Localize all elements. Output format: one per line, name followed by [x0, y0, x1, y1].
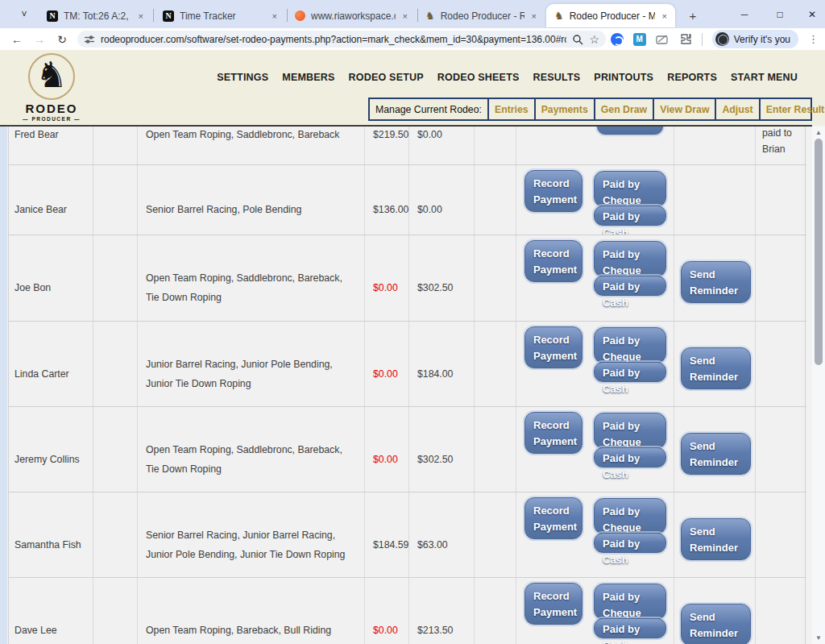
forward-button[interactable]: →	[31, 31, 48, 48]
paid-by-cash-button[interactable]: Paid by Cash	[594, 533, 666, 553]
paid-by-cheque-button[interactable]: Paid by Cheque	[594, 327, 666, 364]
close-window-button[interactable]: ✕	[794, 0, 825, 28]
scrollbar-thumb[interactable]	[815, 139, 823, 365]
browser-tab[interactable]: NTime Tracker×	[155, 4, 285, 27]
manage-link-view-draw[interactable]: View Draw	[654, 99, 716, 119]
member-events: Senior Barrel Racing, Junior Barrel Raci…	[138, 492, 365, 577]
empty-cell	[475, 578, 516, 644]
tab-close-icon[interactable]: ×	[661, 11, 669, 21]
manage-link-payments[interactable]: Payments	[536, 99, 595, 119]
nav-item-reports[interactable]: REPORTS	[667, 72, 717, 83]
back-button[interactable]: ←	[8, 31, 26, 48]
note-cell: paid to Brian	[756, 127, 806, 164]
extensions-puzzle-icon[interactable]	[679, 33, 692, 46]
reminder-cell	[674, 127, 756, 164]
reload-button[interactable]: ↻	[53, 31, 71, 48]
record-payment-button[interactable]: Record Payment	[524, 412, 582, 454]
amount-paid: $0.00	[365, 407, 409, 492]
tab-title: TM: Tot:26 A:2, B:13, C:10	[64, 10, 131, 22]
empty-cell	[93, 165, 138, 235]
nav-item-settings[interactable]: SETTINGS	[217, 72, 268, 83]
amount-owing: $184.00	[409, 322, 475, 406]
browser-toolbar: ← → ↻ rodeoproducer.com/software/set-rod…	[0, 28, 825, 50]
table-row: Dave Lee Open Team Roping, Bareback, Bul…	[9, 578, 806, 644]
table-row: Linda Carter Junior Barrel Racing, Junio…	[9, 322, 806, 407]
profile-chip[interactable]: Verify it's you	[712, 30, 798, 48]
browser-tab[interactable]: ♞Rodeo Producer - Rodeo×	[417, 4, 545, 27]
zoom-icon[interactable]	[572, 34, 583, 45]
member-events: Open Team Roping, Bareback, Bull Riding	[138, 578, 365, 644]
minimize-button[interactable]: ─	[727, 0, 762, 28]
scroll-up-icon[interactable]: ▲	[812, 127, 825, 138]
manage-link-entries[interactable]: Entries	[489, 99, 536, 119]
browser-tab[interactable]: ♞Rodeo Producer - Manag×	[546, 4, 675, 27]
member-name: Linda Carter	[9, 322, 93, 406]
paid-by-cheque-button[interactable]: Paid by Cheque	[594, 498, 666, 534]
tab-close-icon[interactable]: ×	[530, 11, 538, 21]
amount-owing: $302.50	[409, 407, 475, 492]
tab-title: Rodeo Producer - Rodeo	[441, 10, 524, 22]
record-payment-button[interactable]: Record Payment	[524, 170, 582, 212]
manage-link-gen-draw[interactable]: Gen Draw	[595, 99, 654, 119]
paid-by-cheque-button[interactable]: Paid by Cheque	[594, 584, 666, 620]
browser-tab[interactable]: www.riaworkspace.com:×	[287, 4, 416, 27]
paid-by-cash-button[interactable]: Paid by Cash	[594, 447, 666, 467]
send-reminder-button[interactable]: Send Reminder	[681, 433, 751, 475]
record-payment-button[interactable]: Record Payment	[524, 497, 582, 539]
new-tab-button[interactable]: +	[684, 6, 702, 24]
note-cell	[756, 578, 806, 644]
paid-by-cheque-button[interactable]: Paid by Cheque	[594, 171, 666, 207]
extension-notes-icon[interactable]	[656, 34, 670, 45]
tab-strip: ˅ NTM: Tot:26 A:2, B:13, C:10×NTime Trac…	[0, 0, 825, 28]
amount-paid: $0.00	[365, 322, 409, 406]
tab-close-icon[interactable]: ×	[137, 11, 145, 21]
send-reminder-button[interactable]: Send Reminder	[681, 604, 751, 644]
send-reminder-button[interactable]: Send Reminder	[681, 518, 751, 560]
reminder-cell	[674, 165, 756, 235]
extension-m-icon[interactable]: M	[633, 33, 646, 46]
browser-menu-button[interactable]: ⋮	[808, 33, 819, 45]
table-row: Fred Bear Open Team Roping, Saddlebronc,…	[9, 127, 806, 165]
maximize-button[interactable]: □	[762, 0, 798, 28]
paid-by-cash-button[interactable]: Paid by Cash	[594, 618, 666, 638]
url-text[interactable]: rodeoproducer.com/software/set-rodeo-pay…	[101, 34, 566, 45]
close-icon: ✕	[808, 9, 816, 20]
manage-link-enter-results[interactable]: Enter Results	[761, 99, 825, 119]
site-settings-icon[interactable]	[84, 34, 95, 45]
send-reminder-button[interactable]: Send Reminder	[681, 261, 751, 303]
note-cell	[756, 235, 806, 321]
empty-cell	[475, 127, 516, 164]
browser-tab[interactable]: NTM: Tot:26 A:2, B:13, C:10×	[39, 4, 151, 27]
nav-item-start-menu[interactable]: START MENU	[731, 72, 798, 83]
send-reminder-button[interactable]: Send Reminder	[681, 347, 751, 389]
paid-by-cheque-button[interactable]: Paid by Cheque	[594, 413, 666, 449]
nav-item-members[interactable]: MEMBERS	[282, 72, 334, 83]
record-payment-button[interactable]: Record Payment	[524, 583, 582, 625]
scroll-down-icon[interactable]: ▼	[812, 633, 825, 643]
extension-swirl-icon[interactable]	[611, 33, 624, 46]
paid-by-cash-button[interactable]	[597, 127, 663, 135]
rodeo-producer-logo[interactable]: ♞ RODEO — PRODUCER —	[16, 53, 87, 122]
record-payment-button[interactable]: Record Payment	[524, 326, 582, 368]
table-row: Jeremy Collins Open Team Roping, Saddleb…	[9, 407, 806, 492]
paid-by-cash-button[interactable]: Paid by Cash	[594, 206, 666, 226]
nav-item-rodeo-sheets[interactable]: RODEO SHEETS	[437, 72, 520, 83]
paid-by-cheque-button[interactable]: Paid by Cheque	[594, 241, 666, 277]
nav-item-printouts[interactable]: PRINTOUTS	[594, 72, 653, 83]
tab-close-icon[interactable]: ×	[401, 11, 409, 21]
member-events: Open Team Roping, Saddlebronc, Bareback	[138, 127, 365, 164]
member-events: Junior Barrel Racing, Junior Pole Bendin…	[138, 322, 365, 406]
address-bar[interactable]: rodeoproducer.com/software/set-rodeo-pay…	[77, 31, 606, 48]
bookmark-star-icon[interactable]: ☆	[589, 33, 599, 46]
manage-link-adjust[interactable]: Adjust	[716, 99, 760, 119]
content-scrollbar[interactable]: ▲ ▼	[812, 127, 825, 644]
tab-close-icon[interactable]: ×	[271, 11, 279, 21]
tab-search-button[interactable]: ˅	[13, 5, 35, 24]
nav-item-rodeo-setup[interactable]: RODEO SETUP	[349, 72, 424, 83]
nav-item-results[interactable]: RESULTS	[533, 72, 581, 83]
empty-cell	[93, 235, 138, 321]
paid-by-cash-button[interactable]: Paid by Cash	[594, 276, 666, 296]
paid-by-cash-button[interactable]: Paid by Cash	[594, 362, 666, 382]
record-payment-button[interactable]: Record Payment	[524, 240, 582, 282]
left-edge-strip	[0, 127, 7, 644]
